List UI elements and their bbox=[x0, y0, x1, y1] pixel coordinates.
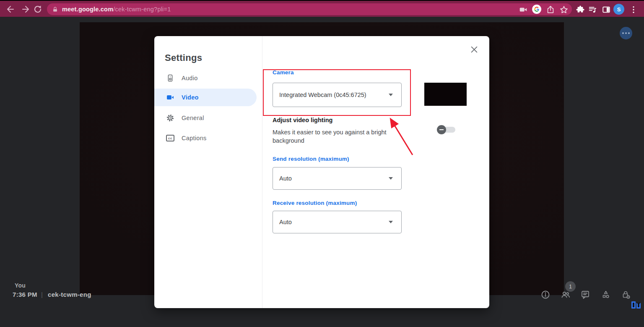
camera-select-value: Integrated Webcam (0c45:6725) bbox=[279, 92, 366, 98]
browser-menu-kebab-icon[interactable] bbox=[629, 5, 638, 14]
sidebar-item-label: Video bbox=[182, 94, 199, 101]
chevron-down-icon bbox=[389, 221, 393, 223]
lighting-description: Makes it easier to see you against a bri… bbox=[273, 128, 390, 145]
camera-preview bbox=[424, 83, 467, 106]
receive-resolution-select[interactable]: Auto bbox=[273, 211, 402, 233]
playlist-music-icon[interactable] bbox=[588, 5, 597, 14]
dialog-title: Settings bbox=[165, 52, 202, 63]
google-logo-icon[interactable] bbox=[532, 5, 541, 14]
lighting-title: Adjust video lighting bbox=[273, 117, 332, 123]
dialog-divider bbox=[262, 36, 262, 308]
sidebar-item-audio[interactable]: Audio bbox=[154, 69, 257, 87]
gear-icon bbox=[166, 114, 174, 122]
bookmark-star-icon[interactable] bbox=[559, 5, 569, 14]
profile-avatar[interactable]: S bbox=[613, 4, 624, 15]
reload-icon[interactable] bbox=[33, 4, 43, 14]
tile-more-options-button[interactable] bbox=[620, 27, 632, 39]
lighting-toggle[interactable] bbox=[437, 125, 455, 134]
meeting-code: cek-tcwm-eng bbox=[48, 291, 91, 298]
sidebar-item-general[interactable]: General bbox=[154, 109, 257, 127]
chevron-down-icon bbox=[389, 177, 393, 180]
receive-resolution-label: Receive resolution (maximum) bbox=[273, 200, 357, 206]
send-resolution-value: Auto bbox=[279, 175, 292, 182]
chevron-down-icon bbox=[389, 94, 393, 96]
address-bar[interactable]: meet.google.com/cek-tcwm-eng?pli=1 bbox=[47, 3, 572, 15]
forward-icon[interactable] bbox=[21, 4, 31, 14]
videocam-icon bbox=[166, 93, 174, 102]
https-lock-icon bbox=[52, 6, 58, 13]
sidebar-item-label: Captions bbox=[182, 135, 207, 141]
media-camera-icon[interactable] bbox=[519, 5, 528, 14]
clock-time: 7:36 PM bbox=[13, 291, 37, 298]
sidebar-item-video[interactable]: Video bbox=[154, 89, 257, 106]
chat-icon[interactable] bbox=[580, 290, 590, 300]
send-resolution-select[interactable]: Auto bbox=[273, 167, 402, 190]
sidebar-item-label: General bbox=[182, 115, 204, 121]
close-icon[interactable] bbox=[470, 45, 479, 54]
camera-select[interactable]: Integrated Webcam (0c45:6725) bbox=[273, 83, 402, 107]
sidebar-item-captions[interactable]: cc Captions bbox=[154, 129, 257, 147]
host-controls-lock-icon[interactable] bbox=[621, 290, 631, 300]
captions-icon: cc bbox=[166, 135, 174, 141]
url-text: meet.google.com/cek-tcwm-eng?pli=1 bbox=[62, 6, 171, 13]
participants-count-badge: 1 bbox=[565, 281, 576, 292]
camera-label: Camera bbox=[273, 69, 294, 76]
meta-separator: | bbox=[41, 291, 43, 298]
url-domain: meet.google.com bbox=[62, 6, 113, 13]
you-label: You bbox=[15, 282, 26, 289]
share-icon[interactable] bbox=[546, 5, 555, 14]
settings-dialog: Settings Audio Video General cc Captions… bbox=[154, 36, 489, 308]
receive-resolution-value: Auto bbox=[279, 219, 292, 225]
toggle-thumb bbox=[437, 125, 446, 134]
url-path: /cek-tcwm-eng?pli=1 bbox=[113, 6, 171, 13]
speaker-icon bbox=[166, 74, 174, 82]
extensions-puzzle-icon[interactable] bbox=[576, 5, 585, 14]
meeting-details-info-icon[interactable] bbox=[540, 290, 551, 300]
activities-icon[interactable] bbox=[601, 290, 611, 300]
send-resolution-label: Send resolution (maximum) bbox=[273, 156, 349, 162]
browser-toolbar: meet.google.com/cek-tcwm-eng?pli=1 bbox=[0, 0, 644, 17]
screen: meet.google.com/cek-tcwm-eng?pli=1 bbox=[0, 0, 644, 327]
watermark-logo bbox=[631, 299, 643, 309]
back-icon[interactable] bbox=[5, 4, 15, 14]
sidebar-item-label: Audio bbox=[182, 75, 198, 81]
side-panel-icon[interactable] bbox=[602, 5, 611, 14]
